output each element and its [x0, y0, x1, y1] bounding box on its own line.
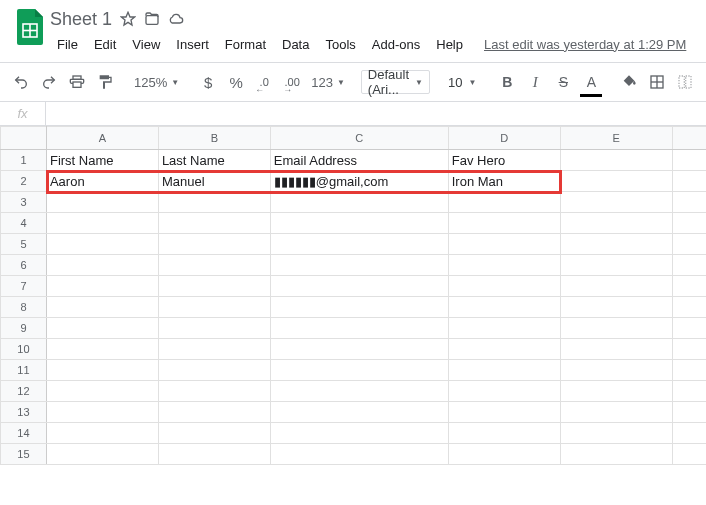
col-header-d[interactable]: D: [448, 127, 560, 150]
menu-data[interactable]: Data: [275, 35, 316, 54]
cell-a13[interactable]: [46, 402, 158, 423]
font-dropdown[interactable]: Default (Ari...▼: [361, 70, 430, 94]
redo-button[interactable]: [36, 69, 62, 95]
cell-a10[interactable]: [46, 339, 158, 360]
cell-d14[interactable]: [448, 423, 560, 444]
cloud-icon[interactable]: [168, 11, 184, 27]
cell-d13[interactable]: [448, 402, 560, 423]
cell-d6[interactable]: [448, 255, 560, 276]
cell-b6[interactable]: [158, 255, 270, 276]
fill-color-button[interactable]: [616, 69, 642, 95]
cell-a7[interactable]: [46, 276, 158, 297]
cell-e3[interactable]: [560, 192, 672, 213]
cell-a3[interactable]: [46, 192, 158, 213]
row-header-14[interactable]: 14: [1, 423, 47, 444]
cell-d5[interactable]: [448, 234, 560, 255]
row-header-1[interactable]: 1: [1, 150, 47, 171]
currency-button[interactable]: $: [195, 69, 221, 95]
cell-e4[interactable]: [560, 213, 672, 234]
row-header-11[interactable]: 11: [1, 360, 47, 381]
cell-e15[interactable]: [560, 444, 672, 465]
cell-b4[interactable]: [158, 213, 270, 234]
cell-c7[interactable]: [270, 276, 448, 297]
cell-e9[interactable]: [560, 318, 672, 339]
cell-c10[interactable]: [270, 339, 448, 360]
cell-a6[interactable]: [46, 255, 158, 276]
cell-f7[interactable]: [672, 276, 706, 297]
sheets-logo-icon[interactable]: [17, 9, 43, 45]
cell-b2[interactable]: Manuel: [158, 171, 270, 192]
cell-c15[interactable]: [270, 444, 448, 465]
cell-f15[interactable]: [672, 444, 706, 465]
cell-a9[interactable]: [46, 318, 158, 339]
cell-a12[interactable]: [46, 381, 158, 402]
cell-d11[interactable]: [448, 360, 560, 381]
cell-c2[interactable]: ▮▮▮▮▮▮@gmail,com: [270, 171, 448, 192]
numfmt-dropdown[interactable]: 123▼: [307, 75, 349, 90]
cell-e8[interactable]: [560, 297, 672, 318]
menu-tools[interactable]: Tools: [318, 35, 362, 54]
cell-a1[interactable]: First Name: [46, 150, 158, 171]
spreadsheet-grid[interactable]: A B C D E 1 First Name Last Name Email A…: [0, 126, 706, 465]
doc-title[interactable]: Sheet 1: [50, 9, 112, 30]
cell-f3[interactable]: [672, 192, 706, 213]
cell-b15[interactable]: [158, 444, 270, 465]
col-header-c[interactable]: C: [270, 127, 448, 150]
cell-d15[interactable]: [448, 444, 560, 465]
fontsize-dropdown[interactable]: 10▼: [442, 70, 482, 94]
cell-b12[interactable]: [158, 381, 270, 402]
cell-e13[interactable]: [560, 402, 672, 423]
text-color-button[interactable]: A: [578, 69, 604, 95]
menu-edit[interactable]: Edit: [87, 35, 123, 54]
cell-c1[interactable]: Email Address: [270, 150, 448, 171]
cell-a11[interactable]: [46, 360, 158, 381]
cell-a4[interactable]: [46, 213, 158, 234]
cell-d7[interactable]: [448, 276, 560, 297]
row-header-9[interactable]: 9: [1, 318, 47, 339]
col-header-a[interactable]: A: [46, 127, 158, 150]
cell-c13[interactable]: [270, 402, 448, 423]
cell-b7[interactable]: [158, 276, 270, 297]
menu-file[interactable]: File: [50, 35, 85, 54]
cell-d10[interactable]: [448, 339, 560, 360]
cell-e14[interactable]: [560, 423, 672, 444]
cell-e2[interactable]: [560, 171, 672, 192]
cell-d9[interactable]: [448, 318, 560, 339]
cell-f13[interactable]: [672, 402, 706, 423]
cell-b5[interactable]: [158, 234, 270, 255]
cell-b10[interactable]: [158, 339, 270, 360]
cell-e10[interactable]: [560, 339, 672, 360]
paint-format-button[interactable]: [92, 69, 118, 95]
row-header-5[interactable]: 5: [1, 234, 47, 255]
star-icon[interactable]: [120, 11, 136, 27]
cell-c3[interactable]: [270, 192, 448, 213]
cell-a15[interactable]: [46, 444, 158, 465]
col-header-b[interactable]: B: [158, 127, 270, 150]
row-header-3[interactable]: 3: [1, 192, 47, 213]
cell-c6[interactable]: [270, 255, 448, 276]
select-all-corner[interactable]: [1, 127, 47, 150]
cell-f2[interactable]: [672, 171, 706, 192]
print-button[interactable]: [64, 69, 90, 95]
cell-a2[interactable]: Aaron: [46, 171, 158, 192]
col-header-f[interactable]: [672, 127, 706, 150]
row-header-4[interactable]: 4: [1, 213, 47, 234]
cell-c5[interactable]: [270, 234, 448, 255]
zoom-dropdown[interactable]: 125%▼: [130, 75, 183, 90]
merge-button[interactable]: [672, 69, 698, 95]
cell-f8[interactable]: [672, 297, 706, 318]
cell-e12[interactable]: [560, 381, 672, 402]
borders-button[interactable]: [644, 69, 670, 95]
row-header-6[interactable]: 6: [1, 255, 47, 276]
cell-d8[interactable]: [448, 297, 560, 318]
cell-c12[interactable]: [270, 381, 448, 402]
cell-f4[interactable]: [672, 213, 706, 234]
row-header-15[interactable]: 15: [1, 444, 47, 465]
menu-insert[interactable]: Insert: [169, 35, 216, 54]
cell-d1[interactable]: Fav Hero: [448, 150, 560, 171]
cell-e1[interactable]: [560, 150, 672, 171]
cell-b1[interactable]: Last Name: [158, 150, 270, 171]
row-header-8[interactable]: 8: [1, 297, 47, 318]
cell-f14[interactable]: [672, 423, 706, 444]
cell-f12[interactable]: [672, 381, 706, 402]
